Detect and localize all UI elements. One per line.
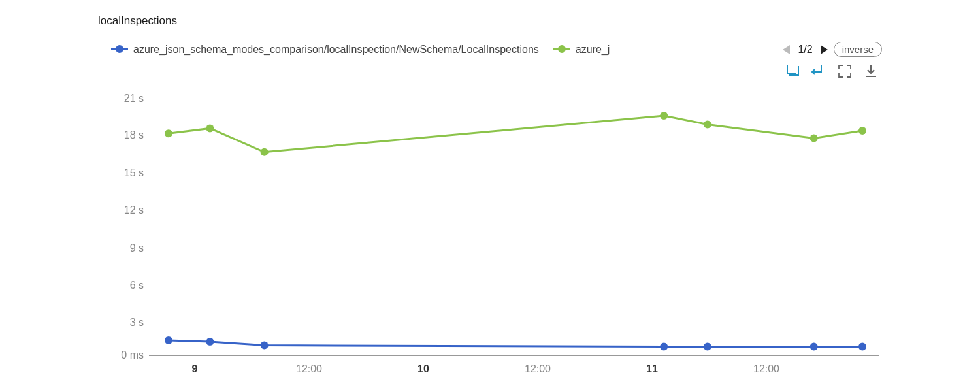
- chart-toolbar: [785, 64, 878, 78]
- legend: azure_json_schema_modes_comparison/local…: [111, 42, 882, 57]
- circle-icon: [111, 48, 128, 50]
- svg-marker-1: [821, 45, 828, 54]
- svg-point-11: [261, 342, 269, 350]
- crop-icon[interactable]: [785, 64, 800, 78]
- legend-label: azure_json_schema_modes_comparison/local…: [133, 44, 539, 56]
- x-tick: 9: [192, 363, 198, 375]
- series-green-line: [169, 116, 862, 152]
- svg-point-9: [165, 336, 172, 344]
- x-tick: 12:00: [753, 363, 779, 375]
- x-tick: 10: [417, 363, 429, 375]
- series-blue-points: [165, 336, 866, 351]
- svg-point-10: [206, 338, 214, 346]
- svg-marker-0: [783, 45, 790, 54]
- svg-point-15: [858, 343, 866, 351]
- pager-text: 1/2: [796, 44, 813, 56]
- legend-pager: 1/2 inverse: [782, 42, 882, 57]
- legend-item-green[interactable]: azure_j: [553, 44, 610, 56]
- legend-label: azure_j: [576, 44, 610, 56]
- x-tick: 11: [646, 363, 658, 375]
- download-icon[interactable]: [864, 64, 878, 78]
- y-tick: 9 s: [112, 242, 144, 254]
- x-tick: 12:00: [525, 363, 551, 375]
- expand-icon[interactable]: [838, 64, 852, 78]
- svg-point-6: [704, 121, 711, 129]
- chart-title: localInspections: [98, 14, 177, 27]
- y-tick: 0 ms: [112, 350, 144, 361]
- circle-icon: [553, 48, 570, 50]
- y-tick: 6 s: [112, 280, 144, 291]
- svg-point-3: [206, 124, 214, 132]
- y-tick: 15 s: [112, 167, 144, 179]
- svg-point-5: [660, 112, 668, 120]
- inverse-button[interactable]: inverse: [834, 42, 882, 57]
- svg-point-13: [704, 343, 711, 351]
- svg-point-2: [165, 129, 172, 137]
- y-tick: 21 s: [112, 93, 144, 105]
- x-tick: 12:00: [296, 363, 322, 375]
- series-green-points: [165, 112, 866, 156]
- svg-point-8: [858, 127, 866, 135]
- chevron-left-icon[interactable]: [782, 44, 791, 55]
- y-tick: 12 s: [112, 204, 144, 216]
- svg-point-14: [810, 343, 818, 351]
- chevron-right-icon[interactable]: [819, 44, 828, 55]
- y-tick: 18 s: [112, 129, 144, 141]
- svg-point-4: [261, 148, 269, 156]
- chart-plot-area: [149, 91, 879, 359]
- svg-point-12: [660, 343, 668, 351]
- y-tick: 3 s: [112, 317, 144, 329]
- svg-point-7: [810, 135, 818, 142]
- series-blue-line: [169, 340, 862, 347]
- chart-svg: [149, 91, 879, 366]
- undo-icon[interactable]: [811, 64, 826, 78]
- legend-item-blue[interactable]: azure_json_schema_modes_comparison/local…: [111, 44, 539, 56]
